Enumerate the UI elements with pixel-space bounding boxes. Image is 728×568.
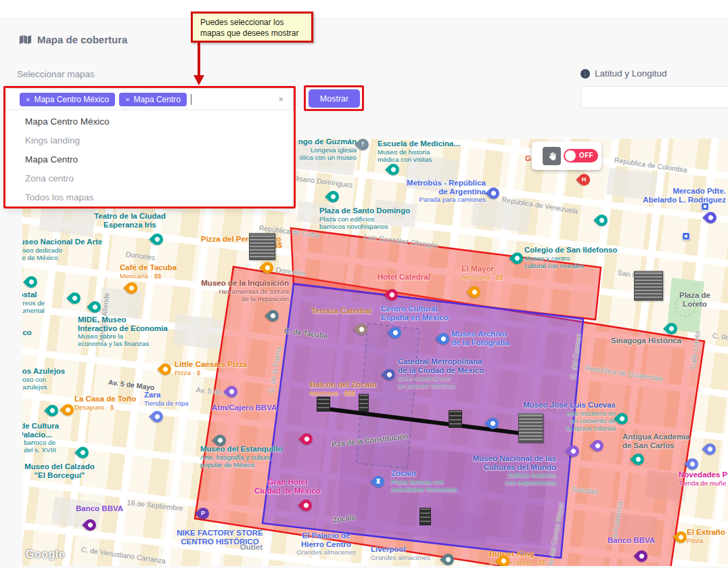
transit-station-icon[interactable] [701, 202, 709, 211]
poi-label[interactable]: Atm/Cajero BBVA [212, 403, 277, 412]
toggle-knob[interactable] [565, 150, 576, 161]
selected-tag[interactable]: ×Mapa Centro México [20, 93, 115, 106]
pin-glyph: P [197, 510, 209, 517]
poi-label[interactable]: Museo del EstanquilloArte, fotografía y … [200, 445, 282, 468]
poi-label[interactable]: anco [22, 328, 32, 337]
poi-label[interactable]: Café de TacubaMexicana · $$ [120, 263, 177, 280]
hand-tool-button[interactable] [543, 147, 561, 165]
poi-label[interactable]: Novedades PTienda de muñe [679, 471, 727, 487]
antenna-device-3d [518, 413, 543, 443]
network-device-3d [317, 397, 330, 412]
remove-tag-icon[interactable]: × [125, 95, 129, 104]
poi-label[interactable]: Sinagoga Histórica [611, 336, 681, 345]
latlng-header: i Latitud y Longitud [581, 68, 667, 79]
poi-label[interactable]: Banco BBVA [608, 536, 655, 545]
poi-label[interactable]: El Palacio deHierro CentroGrandes almace… [296, 531, 356, 556]
dropdown-option[interactable]: Kings landing [5, 131, 294, 150]
poi-label[interactable]: La Casa de ToñoDesayuno · $ [74, 395, 136, 411]
poi-label[interactable]: e los Azulejosamoso conde azulejos [22, 367, 65, 391]
map-draw-control: OFF [532, 141, 601, 170]
info-icon: i [581, 69, 590, 79]
poi-label[interactable]: Plaza deLoreto [679, 291, 710, 308]
maps-dropdown: Mapa Centro México Kings landing Mapa Ce… [5, 110, 294, 208]
text-cursor [191, 94, 191, 105]
antenna-device-3d [634, 271, 663, 301]
poi-label[interactable]: o de Cultura- Palacio...cio barroco dele… [22, 422, 59, 454]
poi-label[interactable]: Colegio de San IldefonsoMuseo y centrocu… [524, 246, 617, 269]
pin-glyph: ♜ [372, 478, 384, 485]
poi-label[interactable]: ZócaloPlaza famosa conactividades frecue… [391, 469, 457, 493]
tooltip-callout: Puedes seleccionar los mapas que desees … [191, 12, 313, 43]
dropdown-option[interactable]: Todos los mapas [5, 188, 294, 207]
poi-label[interactable]: LiverpoolGrandes almacenes [371, 545, 430, 561]
top-strip [0, 0, 728, 19]
poi-label[interactable]: Hotel Catedral [378, 273, 430, 282]
poi-label[interactable]: Museo Nacional De ArteMuseo dedicadoArte… [22, 238, 102, 261]
poi-label[interactable]: Museo del Calzado"El Borceguí" [24, 462, 95, 479]
poi-label[interactable]: MIDE, MuseoInteractivo de EconomíaMuseo … [78, 315, 168, 347]
clear-selection-icon[interactable]: × [278, 94, 283, 104]
google-logo: Google [26, 548, 65, 561]
poi-label[interactable]: Museo Nacional de lasCulturas del MundoE… [473, 454, 556, 486]
poi-label[interactable]: ZaraTienda de ropa [144, 391, 189, 407]
poi-label[interactable]: Banco BBVA [76, 504, 123, 513]
poi-label[interactable]: Outlet [240, 543, 263, 552]
transit-station-icon[interactable] [682, 232, 690, 240]
dropdown-option[interactable]: Mapa Centro México [5, 112, 294, 131]
antenna-device-3d [249, 233, 275, 260]
network-device-3d [419, 508, 431, 525]
latlng-input[interactable] [581, 86, 728, 108]
poi-label[interactable]: Catedral Metropolitanade la Ciudad de Mé… [398, 357, 484, 389]
maps-multiselect[interactable]: ×Mapa Centro México ×Mapa Centro × [5, 88, 294, 110]
poi-label[interactable]: Centro CulturalEspaña en México [381, 305, 449, 322]
poi-label[interactable]: ngo de GuzmánLongeva iglesiaólica con un… [298, 139, 357, 161]
poi-label[interactable]: Plaza de Santo DomingoPlaza con edificio… [319, 206, 410, 230]
poi-label[interactable]: Gran HotelCiudad de México [254, 478, 321, 495]
map-icon [19, 35, 32, 45]
pin-glyph: H [578, 176, 590, 183]
remove-tag-icon[interactable]: × [26, 95, 30, 104]
poi-label[interactable]: Museo de la InquisiciónHerramientas de t… [201, 279, 289, 303]
show-button[interactable]: Mostrar [309, 89, 360, 108]
poi-label[interactable]: Antigua Academiade San Carlos [622, 433, 690, 450]
page-title: Mapa de cobertura [19, 34, 127, 45]
poi-label[interactable]: Escuela de Medicina...Museo de historiam… [378, 139, 460, 163]
poi-label[interactable]: Terraza Catedral [311, 307, 371, 315]
network-device-3d [359, 394, 369, 412]
poi-label[interactable]: Little Caesars PizzaPizza · $ [175, 360, 247, 376]
dropdown-option[interactable]: Zona centro [5, 169, 294, 188]
poi-label[interactable]: Mercado Pdte.Abelardo L. Rodriguez [643, 187, 726, 204]
dropdown-option[interactable]: Mapa Centro [5, 150, 294, 169]
poi-label[interactable]: El ExtrañoPizza [687, 528, 725, 544]
coverage-toggle[interactable]: OFF [564, 149, 598, 162]
poi-label[interactable]: El MayorMexicana · $$ [461, 265, 503, 281]
tooltip-arrow [198, 43, 200, 77]
pin-glyph: † [357, 141, 369, 148]
poi-label[interactable]: Museo Archivode la Fotografía [451, 330, 509, 347]
poi-label[interactable]: Postalcorreos deonumental [22, 290, 45, 314]
select-maps-label: Seleccionar mapas [17, 69, 95, 79]
selected-tag[interactable]: ×Mapa Centro [119, 93, 187, 106]
tooltip-arrow-head [194, 75, 204, 85]
poi-label[interactable]: Teatro de la CiudadEsperanza Iris [94, 212, 166, 229]
network-device-3d [449, 410, 462, 428]
poi-label[interactable]: Metrobús - Repúblicade ArgentinaParada p… [407, 179, 486, 203]
hand-icon [547, 152, 557, 161]
